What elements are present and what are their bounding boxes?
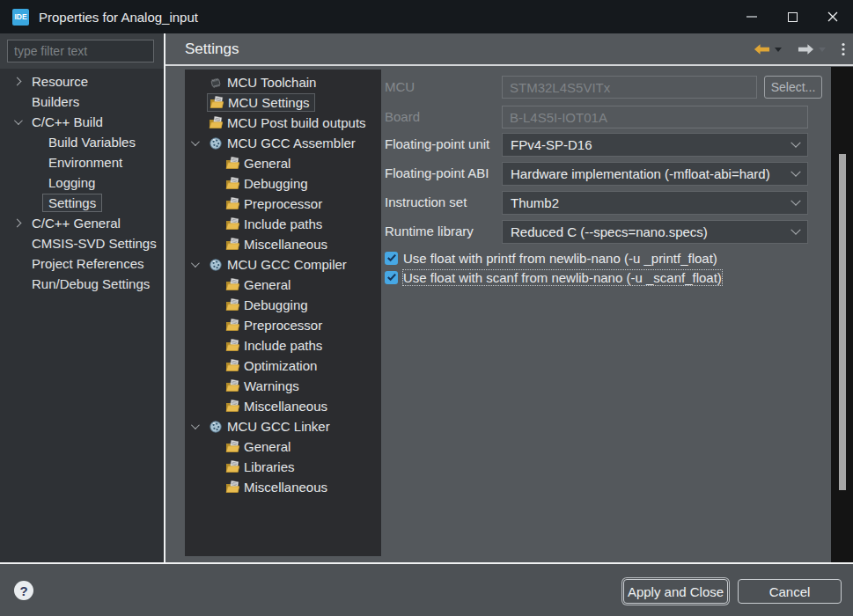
fpu-select[interactable]: FPv4-SP-D16 [502, 133, 808, 157]
scanf-float-label[interactable]: Use float with scanf from newlib-nano (-… [403, 270, 722, 285]
sidebar-item-cmsis-svd[interactable]: CMSIS-SVD Settings [0, 233, 164, 253]
tree-item-label: Debugging [244, 297, 308, 312]
sidebar-item-logging[interactable]: Logging [0, 172, 164, 193]
instruction-set-label: Instruction set [385, 191, 467, 214]
sidebar-item-label: Project References [32, 256, 144, 271]
printf-float-label[interactable]: Use float with printf from newlib-nano (… [403, 251, 717, 266]
tool-tree-item-assembler[interactable]: MCU GCC Assembler [185, 133, 381, 153]
folder-icon [225, 440, 239, 454]
tool-tree-item-post-build[interactable]: MCU Post build outputs [185, 113, 381, 133]
tree-item-label: MCU Settings [228, 95, 310, 110]
tool-tree-item-asm-preprocessor[interactable]: Preprocessor [185, 194, 381, 214]
tool-tree-item-cc-warnings[interactable]: Warnings [185, 376, 381, 396]
vertical-scrollbar[interactable] [831, 67, 853, 562]
folder-icon [225, 217, 239, 231]
chevron-down-icon[interactable] [191, 421, 200, 429]
tool-tree-item-cc-include-paths[interactable]: Include paths [185, 335, 381, 356]
chevron-down-icon[interactable] [14, 116, 23, 125]
tool-tree-item-cc-general[interactable]: General [185, 275, 381, 295]
tool-tree-item-cc-misc[interactable]: Miscellaneous [185, 396, 381, 416]
filter-band [0, 33, 164, 69]
cancel-button[interactable]: Cancel [738, 579, 842, 604]
tree-item-label: Miscellaneous [244, 237, 327, 252]
maximize-button[interactable] [772, 0, 813, 33]
sidebar-item-builders[interactable]: Builders [0, 92, 164, 112]
folder-icon [225, 339, 239, 353]
close-icon [827, 11, 839, 23]
chevron-down-icon[interactable] [191, 137, 200, 146]
tool-tree-item-asm-misc[interactable]: Miscellaneous [185, 234, 381, 254]
tree-item-label: Miscellaneous [244, 480, 327, 495]
help-button[interactable]: ? [14, 581, 33, 600]
tool-tree-item-asm-debugging[interactable]: Debugging [185, 173, 381, 194]
tool-tree-item-ld-misc[interactable]: Miscellaneous [185, 477, 381, 497]
tree-item-label: Optimization [244, 358, 317, 373]
scanf-float-checkbox[interactable] [385, 271, 398, 284]
tree-item-label: MCU GCC Compiler [227, 257, 347, 272]
filter-input[interactable] [7, 40, 154, 62]
sidebar-item-label: Resource [32, 74, 88, 89]
tool-tree-item-linker[interactable]: MCU GCC Linker [185, 416, 381, 436]
check-icon [386, 253, 397, 262]
folder-icon [225, 278, 239, 292]
sidebar-item-cpp-build[interactable]: C/C++ Build [0, 112, 164, 132]
tool-ball-icon [209, 258, 223, 272]
folder-icon [210, 96, 224, 110]
tool-tree-item-cc-optimization[interactable]: Optimization [185, 356, 381, 376]
apply-and-close-button[interactable]: Apply and Close [623, 579, 728, 604]
instruction-set-value: Thumb2 [511, 195, 559, 210]
forward-arrow-icon[interactable] [798, 43, 814, 55]
folder-icon [225, 177, 239, 191]
tool-tree-item-asm-general[interactable]: General [185, 153, 381, 173]
tree-item-label: Miscellaneous [244, 399, 327, 414]
tool-tree-item-compiler[interactable]: MCU GCC Compiler [185, 254, 381, 275]
sidebar-item-project-references[interactable]: Project References [0, 253, 164, 274]
runtime-library-select[interactable]: Reduced C (--specs=nano.specs) [502, 220, 808, 244]
tool-tree-item-cc-preprocessor[interactable]: Preprocessor [185, 315, 381, 335]
sidebar-item-settings[interactable]: Settings [0, 193, 164, 213]
tree-item-label: Debugging [244, 176, 308, 191]
back-history-caret-icon[interactable] [775, 48, 782, 52]
instruction-set-select[interactable]: Thumb2 [502, 191, 808, 215]
close-button[interactable] [813, 0, 853, 33]
view-menu-icon[interactable] [842, 42, 845, 56]
printf-float-checkbox[interactable] [385, 252, 398, 265]
scanf-float-checkbox-row: Use float with scanf from newlib-nano (-… [385, 270, 722, 284]
folder-icon [225, 298, 239, 312]
tree-item-label: Preprocessor [244, 318, 322, 333]
chevron-down-icon [790, 137, 800, 147]
tool-tree-item-mcu-toolchain[interactable]: MCU Toolchain [185, 72, 381, 92]
tool-tree-item-mcu-settings[interactable]: MCU Settings [185, 92, 381, 113]
mcu-field: STM32L4S5VITx [502, 76, 757, 99]
chevron-right-icon[interactable] [13, 219, 22, 228]
runtime-library-value: Reduced C (--specs=nano.specs) [511, 224, 708, 239]
tool-tree-item-cc-debugging[interactable]: Debugging [185, 295, 381, 315]
tree-item-label: Libraries [244, 459, 295, 474]
chevron-down-icon[interactable] [191, 259, 200, 268]
sidebar-item-cpp-general[interactable]: C/C++ General [0, 213, 164, 233]
tool-ball-icon [209, 136, 223, 150]
tree-item-label: MCU Post build outputs [227, 115, 366, 130]
fabi-label: Floating-point ABI [385, 162, 489, 185]
tool-tree-item-ld-libraries[interactable]: Libraries [185, 457, 381, 477]
folder-icon [225, 379, 239, 393]
fabi-select[interactable]: Hardware implementation (-mfloat-abi=har… [502, 162, 808, 186]
tool-tree-item-asm-include-paths[interactable]: Include paths [185, 214, 381, 234]
folder-icon [225, 157, 239, 171]
sidebar-item-resource[interactable]: Resource [0, 71, 164, 92]
chevron-right-icon[interactable] [13, 77, 22, 86]
tool-tree-item-ld-general[interactable]: General [185, 436, 381, 457]
folder-icon [225, 238, 239, 252]
sidebar-item-environment[interactable]: Environment [0, 152, 164, 172]
back-arrow-icon[interactable] [754, 43, 770, 55]
footer: ? Apply and Close Cancel [0, 564, 853, 616]
sidebar-item-label: Run/Debug Settings [32, 276, 150, 291]
sidebar-item-build-variables[interactable]: Build Variables [0, 132, 164, 152]
forward-history-caret-icon[interactable] [819, 48, 826, 52]
sidebar-item-label: Settings [42, 194, 102, 212]
page-title: Settings [185, 40, 239, 58]
question-mark-icon: ? [19, 583, 27, 598]
sidebar-item-run-debug[interactable]: Run/Debug Settings [0, 274, 164, 294]
minimize-button[interactable] [732, 0, 772, 33]
scrollbar-thumb[interactable] [839, 154, 846, 490]
